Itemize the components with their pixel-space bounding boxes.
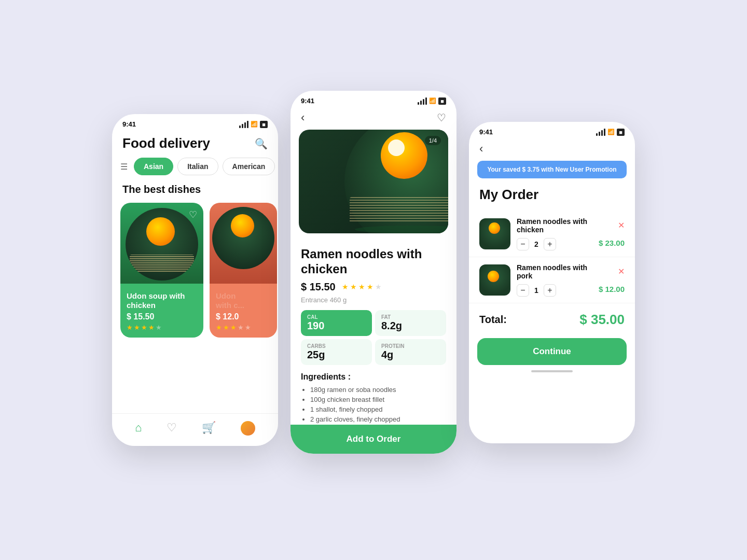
phone1-header: Food delivery 🔍 — [112, 131, 278, 158]
nutrition-carbs: CARBS 25g — [301, 339, 372, 365]
dish-2-price: $ 12.0 — [216, 312, 271, 321]
item-name-2: Ramen noodles with pork — [517, 263, 592, 280]
remove-btn-2[interactable]: ✕ — [618, 267, 625, 276]
protein-value: 4g — [381, 349, 440, 361]
item-price-1: $ 23.00 — [599, 239, 625, 247]
signal-bar-2 — [242, 124, 243, 128]
qty-minus-2[interactable]: − — [517, 284, 529, 297]
tab-asian[interactable]: Asian — [134, 158, 173, 175]
d2-star-3: ★ — [230, 324, 237, 331]
total-price: $ 35.00 — [579, 312, 625, 328]
star-4: ★ — [148, 324, 155, 331]
rs2: ★ — [350, 283, 357, 291]
star-1: ★ — [127, 324, 133, 331]
bowl-decoration-1 — [126, 208, 198, 281]
phone-2: 9:41 📶 ■ ‹ ♡ — [290, 91, 457, 454]
favorite-button-2[interactable]: ♡ — [437, 111, 446, 124]
qty-minus-1[interactable]: − — [517, 238, 529, 250]
nav-favorites[interactable]: ♡ — [167, 421, 177, 436]
s3-bar-4 — [604, 129, 605, 136]
nav-home[interactable]: ⌂ — [135, 421, 142, 436]
continue-button[interactable]: Continue — [477, 338, 627, 365]
time-2: 9:41 — [301, 97, 314, 105]
hero-egg — [381, 132, 427, 179]
tab-italian[interactable]: Italian — [177, 158, 218, 175]
item-img-1 — [479, 218, 510, 249]
nutrition-fat: FAT 8.2g — [375, 310, 446, 336]
dish-card-2[interactable]: Udonwith c... $ 12.0 ★ ★ ★ ★ ★ — [210, 203, 277, 338]
status-bar-3: 9:41 📶 ■ — [469, 122, 635, 139]
star-2: ★ — [134, 324, 140, 331]
order-item-1: Ramen noodles with chicken − 2 + ✕ $ 23.… — [469, 211, 635, 257]
fat-value: 8.2g — [381, 320, 440, 332]
rs4: ★ — [367, 283, 374, 291]
noodles-1 — [130, 255, 194, 273]
signal-bars-2 — [418, 97, 427, 105]
dish-card-1[interactable]: ♡ Udon soup with chicken $ 15.50 ★ ★ ★ ★… — [120, 203, 203, 338]
s3-bar-2 — [599, 132, 600, 136]
cal-label: CAL — [307, 314, 366, 320]
dish-1-info: Udon soup with chicken $ 15.50 ★ ★ ★ ★ ★ — [120, 285, 203, 338]
back-button-3[interactable]: ‹ — [479, 142, 483, 156]
ingredient-3: 2 garlic cloves, finely chopped — [310, 415, 446, 423]
dish-2-name: Udonwith c... — [216, 291, 271, 310]
qty-plus-1[interactable]: + — [544, 238, 556, 250]
battery-icon-3: ■ — [617, 129, 625, 136]
item-egg-2 — [488, 271, 499, 282]
my-order-title: My Order — [469, 187, 635, 211]
nav-cart[interactable]: 🛒 — [202, 421, 216, 436]
item-details-1: Ramen noodles with chicken − 2 + — [517, 217, 592, 250]
qty-control-2: − 1 + — [517, 284, 592, 297]
star-5: ★ — [156, 324, 162, 331]
item-price-2: $ 12.00 — [599, 285, 625, 293]
nav-profile[interactable] — [241, 421, 255, 436]
item-egg-1 — [489, 222, 500, 234]
status-bar-2: 9:41 📶 ■ — [290, 91, 457, 108]
add-to-order-button[interactable]: Add to Order — [290, 425, 457, 454]
dish-detail-title: Ramen noodles with chicken — [301, 247, 446, 277]
nutrition-grid: CAL 190 FAT 8.2g CARBS 25g PROTEIN 4g — [301, 310, 446, 365]
battery-icon-2: ■ — [438, 97, 446, 105]
wifi-icon-3: 📶 — [607, 129, 615, 135]
dish-2-stars: ★ ★ ★ ★ ★ — [216, 324, 271, 331]
s2-bar-2 — [420, 101, 422, 105]
dish-1-stars: ★ ★ ★ ★ ★ — [127, 324, 197, 331]
total-label: Total: — [479, 314, 507, 326]
status-icons-2: 📶 ■ — [418, 97, 446, 105]
favorite-icon-1[interactable]: ♡ — [189, 209, 197, 220]
d2-star-2: ★ — [223, 324, 229, 331]
filter-icon[interactable]: ☰ — [120, 162, 128, 172]
back-button-2[interactable]: ‹ — [301, 111, 305, 124]
qty-num-2: 1 — [534, 286, 538, 295]
order-item-2: Ramen noodles with pork − 1 + ✕ $ 12.00 — [469, 257, 635, 303]
tab-american[interactable]: American — [223, 158, 275, 175]
wifi-icon-1: 📶 — [251, 121, 258, 128]
search-icon[interactable]: 🔍 — [255, 137, 268, 150]
dish-2-info: Udonwith c... $ 12.0 ★ ★ ★ ★ ★ — [210, 285, 277, 338]
s3-bar-3 — [601, 130, 603, 136]
bowl-shadow — [355, 226, 448, 233]
ingredients-title: Ingredients : — [301, 372, 446, 382]
fat-label: FAT — [381, 314, 440, 320]
filter-tabs: ☰ Asian Italian American — [112, 158, 278, 181]
protein-label: PROTEIN — [381, 343, 440, 349]
signal-bar-1 — [239, 125, 241, 128]
back-header-3: ‹ — [469, 139, 635, 161]
signal-bars-1 — [239, 121, 248, 128]
phones-container: 9:41 📶 ■ Food delivery 🔍 ☰ Asian Italian… — [91, 86, 656, 474]
item-col-1: ✕ $ 23.00 — [599, 220, 625, 247]
s2-bar-3 — [423, 99, 424, 105]
bowl-decoration-2 — [212, 207, 274, 269]
remove-btn-1[interactable]: ✕ — [618, 220, 625, 230]
rs3: ★ — [358, 283, 365, 291]
qty-plus-2[interactable]: + — [544, 284, 556, 297]
item-details-2: Ramen noodles with pork − 1 + — [517, 263, 592, 297]
page-indicator: 1/4 — [425, 136, 441, 145]
entrance-info: Entrance 460 g — [301, 296, 446, 304]
phone-3: 9:41 📶 ■ ‹ Your saved $ 3.75 with New Us… — [469, 122, 635, 443]
wifi-icon-2: 📶 — [429, 97, 436, 104]
s2-bar-4 — [425, 97, 427, 105]
status-icons-1: 📶 ■ — [239, 121, 268, 128]
phone2-details: Ramen noodles with chicken $ 15.50 ★ ★ ★… — [290, 241, 457, 451]
d2-star-5: ★ — [245, 324, 251, 331]
